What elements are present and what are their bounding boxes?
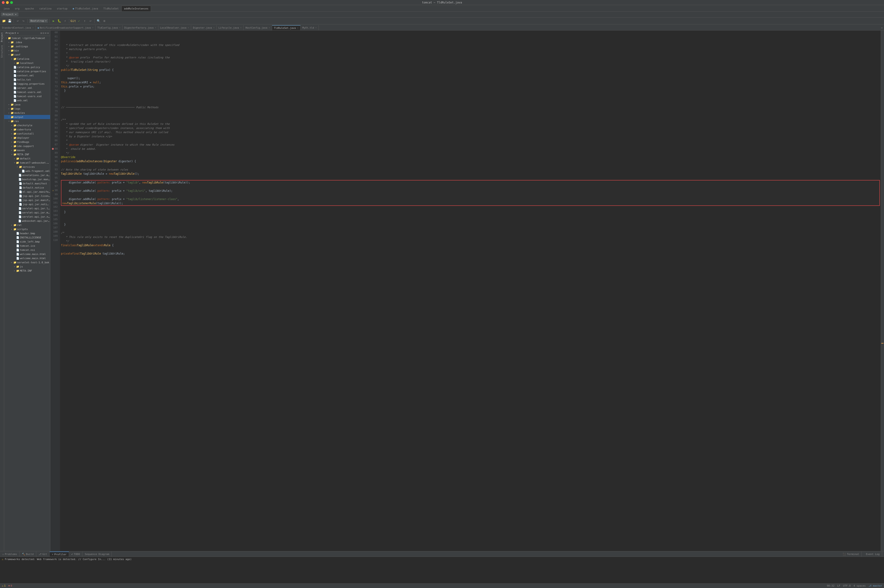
code-scroll-area[interactable]: 6061626364656667686970717273747576777879… — [50, 30, 881, 551]
tree-item[interactable]: 📄jsp-api.jar.manifest — [4, 198, 50, 202]
tree-item[interactable]: ▸📁maven — [4, 148, 50, 152]
file-tab-standardcontext[interactable]: StandardContext.java × — [0, 25, 36, 30]
toolbar-search-btn[interactable]: 🔍 — [96, 18, 101, 24]
tree-item[interactable]: 📄annotations.jar.manifest — [4, 173, 50, 177]
git-branch[interactable]: ⎇ master — [869, 584, 882, 587]
tree-item[interactable]: 📄web-fragment.xml — [4, 169, 50, 173]
toolbar-open-btn[interactable]: 📁 — [2, 18, 6, 24]
tree-item[interactable]: 📄servlet-api.jar.manifest — [4, 210, 50, 214]
toolbar-save-btn[interactable]: 💾 — [7, 18, 12, 24]
tree-item[interactable]: ▸📁modules — [4, 111, 50, 115]
file-tab-digester[interactable]: Digester.java × — [191, 25, 217, 30]
file-tab-notification[interactable]: ● NotificationBroadcasterSupport.java × — [36, 25, 96, 30]
tree-item[interactable]: ▸📁rat — [4, 223, 50, 227]
tree-item[interactable]: 📄logging.properties — [4, 82, 50, 86]
project-vert-tab[interactable]: Project — [0, 32, 4, 43]
toolbar-debug-btn[interactable]: 🐛 — [57, 18, 62, 24]
tree-item[interactable]: 📄servlet-api.jar.license — [4, 206, 50, 210]
tab-build[interactable]: 🔨Build — [20, 552, 36, 556]
tree-item[interactable]: 📄catalina.properties — [4, 69, 50, 74]
toolbar-check-btn[interactable]: ✓ — [77, 18, 81, 24]
toolbar-run-btn[interactable]: ▶ — [51, 18, 56, 24]
tree-item[interactable]: ▾📁conf — [4, 52, 50, 57]
bootstrap-dropdown[interactable]: Bootstrap ▾ — [29, 19, 48, 23]
tree-item[interactable]: ▸📁logs — [4, 106, 50, 111]
tab-event-log[interactable]: Event Log — [863, 552, 882, 556]
tab-profiler[interactable]: ⚡Profiler — [50, 552, 69, 556]
tree-item[interactable]: ▸📁bin — [4, 48, 50, 52]
tree-item[interactable]: 📄catalina.policy — [4, 65, 50, 69]
tree-item[interactable]: ▾📁res — [4, 119, 50, 123]
tree-item[interactable]: ▾📁META-INF — [4, 152, 50, 156]
tree-item[interactable]: 📄web.xml — [4, 98, 50, 102]
tree-item[interactable]: ▾📁Catalina — [4, 57, 50, 61]
tree-item[interactable]: ▸📁default — [4, 156, 50, 160]
project-chevron[interactable]: ▾ — [17, 32, 19, 34]
close-tab-icon[interactable]: × — [213, 27, 215, 29]
tree-item[interactable]: 📄bootstrap.jar.manifest — [4, 177, 50, 182]
tree-icon-menu[interactable]: ≡ — [45, 32, 47, 34]
close-tab-icon[interactable]: × — [92, 27, 93, 29]
toolbar-update-btn[interactable]: ↑ — [82, 18, 87, 24]
tree-item[interactable]: 📄INSTALLLICENSE — [4, 236, 50, 240]
toolbar-settings-btn[interactable]: ⚙ — [102, 18, 107, 24]
project-nav-tab[interactable]: Project ▾ — [1, 12, 18, 16]
toolbar-undo-btn[interactable]: ↩ — [15, 18, 20, 24]
tree-item[interactable]: 📄default.notice — [4, 186, 50, 190]
tree-item[interactable]: 📄el-api.jar.manifest — [4, 190, 50, 194]
tree-item[interactable]: 📄websocket-api.jar.manifest — [4, 219, 50, 223]
tab-terminal[interactable]: ⬛ Terminal — [840, 552, 861, 556]
top-tab-apache[interactable]: apache — [22, 6, 36, 11]
toolbar-git-btn[interactable]: Git — [71, 18, 76, 24]
tree-item[interactable]: 📄tomcat.ico — [4, 244, 50, 248]
tree-item[interactable]: 📄context.xml — [4, 74, 50, 78]
tree-item[interactable]: ▾📁services — [4, 165, 50, 169]
toolbar-profile-btn[interactable]: ⚡ — [63, 18, 68, 24]
tree-item[interactable]: 📄tomcat.nsi — [4, 248, 50, 252]
close-tab-icon[interactable]: × — [155, 27, 156, 29]
tree-item[interactable]: 📄tomcat-users.xml — [4, 90, 50, 94]
tab-todo[interactable]: ✔TODO — [69, 552, 83, 556]
tree-item[interactable]: ▸📁localhost — [4, 61, 50, 65]
tree-item[interactable]: 📄welcome.main.html — [4, 252, 50, 256]
tree-icon-collapse[interactable]: ⊟ — [43, 32, 44, 34]
minimize-button[interactable] — [6, 1, 9, 4]
tree-item[interactable]: 📄tomcat-users.xsd — [4, 94, 50, 98]
tree-item[interactable]: ▸📁.settings — [4, 44, 50, 48]
top-tab-tldrulesset-java[interactable]: TldRuleSet.java — [70, 6, 101, 11]
tree-icon-expand[interactable]: ⊞ — [41, 32, 42, 34]
tree-item[interactable]: ▸📁.idea — [4, 40, 50, 44]
top-tab-catalina[interactable]: catalina — [37, 6, 54, 11]
tree-item[interactable]: ▸📁checkstyle — [4, 123, 50, 128]
tree-item[interactable]: 📄side_left.bmp — [4, 240, 50, 244]
tree-item[interactable]: 📄header.bmp — [4, 231, 50, 236]
structure-vert-tab[interactable]: Structure — [0, 44, 4, 58]
tree-item[interactable]: ▾📁tomcat7-websocket.jar — [4, 160, 50, 165]
tree-item[interactable]: 📄welcome.main.html — [4, 256, 50, 260]
close-button[interactable] — [2, 1, 5, 4]
tree-item[interactable]: 📄hello.txt — [4, 78, 50, 82]
tab-git[interactable]: ⎇Git — [36, 552, 50, 556]
close-tab-icon[interactable]: × — [240, 27, 242, 29]
tree-item[interactable]: 📄jsp-api.jar.license — [4, 194, 50, 198]
file-tab-localresolver[interactable]: LocalResolver.java × — [158, 25, 191, 30]
top-tab-java[interactable]: java — [1, 6, 12, 11]
status-errors[interactable]: ✖ 0 — [8, 584, 12, 587]
file-tab-tldconfig[interactable]: TldConfig.java × — [96, 25, 123, 30]
close-tab-icon[interactable]: × — [315, 27, 317, 29]
status-warnings[interactable]: ⚠ 1 — [2, 584, 6, 587]
close-tab-icon[interactable]: × — [269, 27, 270, 29]
tree-item[interactable]: 📄servlet-api.jar.notice — [4, 214, 50, 219]
tree-item[interactable]: ▸📁servelet-test-1.0_bak — [4, 260, 50, 264]
tree-item[interactable]: ▸📁deployer — [4, 136, 50, 140]
tree-item[interactable]: ▸📁java — [4, 102, 50, 106]
tree-item[interactable]: ▸📁findbugs — [4, 140, 50, 144]
more-tabs-button[interactable]: » — [879, 25, 884, 30]
tree-item[interactable]: ▾📁output — [4, 115, 50, 119]
close-tab-icon[interactable]: × — [32, 27, 33, 29]
top-tab-startup[interactable]: startup — [54, 6, 70, 11]
toolbar-revert-btn[interactable]: ↩ — [88, 18, 93, 24]
file-tab-hostconfig[interactable]: HostConfig.java × — [243, 25, 272, 30]
top-tab-org[interactable]: org — [12, 6, 22, 11]
file-tab-lifecycle[interactable]: Lifecycle.java × — [217, 25, 244, 30]
